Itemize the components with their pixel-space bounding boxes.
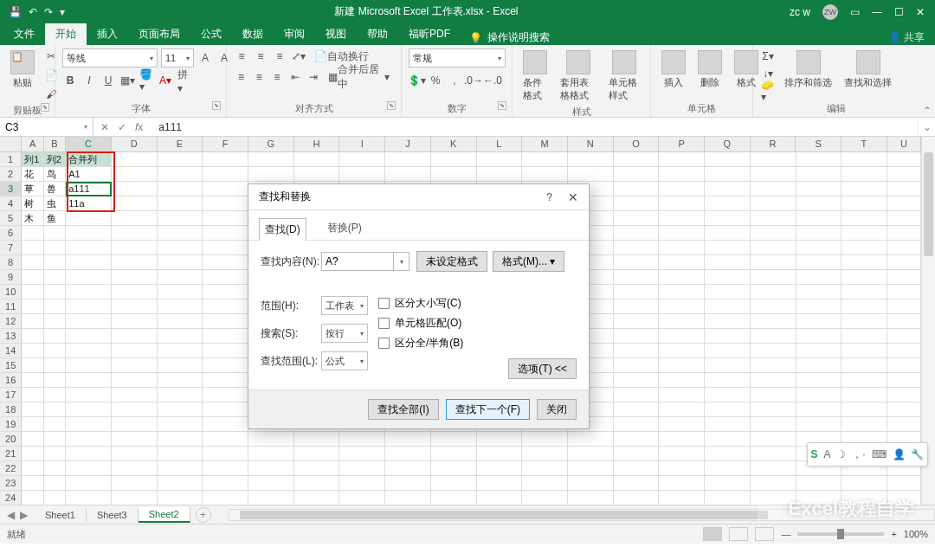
cell[interactable]: [158, 402, 203, 417]
dialog-titlebar[interactable]: 查找和替换 ? ✕: [248, 184, 589, 210]
cell[interactable]: [44, 285, 66, 299]
cell[interactable]: [796, 211, 842, 226]
cell[interactable]: [796, 196, 842, 211]
cell[interactable]: [887, 329, 921, 344]
cell[interactable]: [614, 491, 660, 505]
cell[interactable]: [294, 432, 340, 447]
cell[interactable]: [22, 241, 43, 255]
cell[interactable]: [887, 167, 921, 182]
cell[interactable]: [158, 152, 203, 167]
row-header[interactable]: 14: [0, 344, 22, 358]
cell[interactable]: [705, 417, 751, 432]
cell[interactable]: [339, 167, 385, 182]
cell[interactable]: [842, 417, 887, 432]
cell[interactable]: [568, 432, 614, 447]
find-next-button[interactable]: 查找下一个(F): [446, 399, 530, 420]
number-dialog-icon[interactable]: ⬊: [498, 101, 506, 110]
autosum-icon[interactable]: Σ▾: [760, 48, 776, 64]
cell[interactable]: [431, 152, 477, 167]
row-header[interactable]: 24: [0, 491, 22, 505]
cell[interactable]: [203, 388, 248, 402]
cell[interactable]: [614, 314, 660, 329]
number-format-combo[interactable]: 常规▾: [409, 48, 506, 68]
cell[interactable]: [158, 432, 203, 447]
cell[interactable]: [203, 270, 248, 285]
cell[interactable]: [66, 285, 112, 299]
row-header[interactable]: 6: [0, 226, 22, 241]
save-icon[interactable]: 💾: [9, 6, 22, 18]
cell[interactable]: [22, 388, 43, 402]
cell[interactable]: [66, 402, 112, 417]
cell[interactable]: [705, 255, 751, 270]
cell[interactable]: [705, 447, 751, 461]
name-box[interactable]: C3▾: [0, 118, 94, 136]
cell[interactable]: [842, 299, 887, 314]
cell[interactable]: [431, 461, 477, 476]
align-top-icon[interactable]: ≡: [234, 48, 249, 64]
minimize-icon[interactable]: —: [872, 6, 882, 18]
cell[interactable]: [568, 476, 614, 491]
cell[interactable]: [112, 373, 158, 388]
cell[interactable]: 树: [22, 196, 43, 211]
cell[interactable]: [659, 447, 705, 461]
column-header[interactable]: R: [751, 137, 796, 152]
dialog-help-icon[interactable]: ?: [546, 191, 552, 203]
table-format-button[interactable]: 套用表格格式: [557, 48, 601, 104]
tab-file[interactable]: 文件: [3, 23, 45, 45]
clipboard-dialog-icon[interactable]: ⬊: [41, 103, 49, 112]
cell[interactable]: [705, 167, 751, 182]
cell[interactable]: [294, 167, 340, 182]
cell[interactable]: [614, 461, 660, 476]
cell[interactable]: [385, 447, 431, 461]
cell[interactable]: [203, 196, 248, 211]
cell[interactable]: [66, 299, 112, 314]
cell[interactable]: [158, 388, 203, 402]
cell[interactable]: [887, 211, 921, 226]
cell[interactable]: [659, 241, 705, 255]
cell[interactable]: [203, 417, 248, 432]
cell[interactable]: [385, 476, 431, 491]
row-header[interactable]: 7: [0, 241, 22, 255]
cell[interactable]: [22, 299, 43, 314]
cell[interactable]: [705, 491, 751, 505]
cell[interactable]: [614, 476, 660, 491]
find-what-input[interactable]: A?: [321, 252, 394, 271]
cell[interactable]: [796, 270, 842, 285]
cell[interactable]: [22, 402, 43, 417]
column-header[interactable]: C: [66, 137, 112, 152]
cell[interactable]: [842, 373, 887, 388]
row-header[interactable]: 9: [0, 270, 22, 285]
row-header[interactable]: 8: [0, 255, 22, 270]
expand-formula-icon[interactable]: ⌄: [918, 118, 935, 136]
cell[interactable]: [796, 388, 842, 402]
column-header[interactable]: N: [568, 137, 614, 152]
cell[interactable]: [751, 447, 796, 461]
cell[interactable]: [158, 344, 203, 358]
cell[interactable]: [796, 241, 842, 255]
cell-style-button[interactable]: 单元格样式: [605, 48, 643, 104]
cell[interactable]: [522, 152, 568, 167]
cell[interactable]: [705, 402, 751, 417]
cell[interactable]: [203, 432, 248, 447]
cell[interactable]: [887, 476, 921, 491]
cell[interactable]: [203, 285, 248, 299]
cell[interactable]: [614, 270, 660, 285]
cell[interactable]: [796, 285, 842, 299]
row-header[interactable]: 22: [0, 461, 22, 476]
cell[interactable]: [112, 211, 158, 226]
cell[interactable]: [66, 476, 112, 491]
share-button[interactable]: 👤 共享: [888, 30, 925, 45]
cell[interactable]: [568, 461, 614, 476]
cell[interactable]: [66, 432, 112, 447]
ime-moon-icon[interactable]: ☽: [836, 448, 846, 460]
cell[interactable]: [751, 270, 796, 285]
cell[interactable]: [44, 329, 66, 344]
cell[interactable]: [796, 182, 842, 196]
row-header[interactable]: 17: [0, 388, 22, 402]
cell[interactable]: [66, 344, 112, 358]
row-header[interactable]: 15: [0, 358, 22, 373]
cell[interactable]: [796, 373, 842, 388]
cell[interactable]: 鱼: [44, 211, 66, 226]
cell[interactable]: [796, 417, 842, 432]
cell[interactable]: [659, 285, 705, 299]
